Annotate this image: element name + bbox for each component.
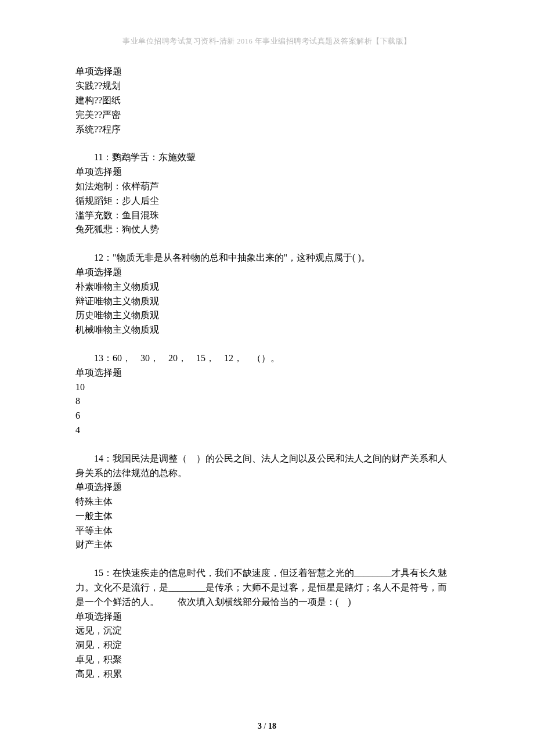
option: 财产主体 (75, 538, 459, 552)
question-stem-cont: 力。文化不是流行，是________是传承；大师不是过客，是恒星是路灯；名人不是… (75, 581, 459, 595)
question-11: 11：鹦鹉学舌：东施效颦 单项选择题 如法炮制：依样葫芦 循规蹈矩：步人后尘 滥… (75, 150, 459, 237)
option: 循规蹈矩：步人后尘 (75, 194, 459, 208)
question-13: 13：60， 30， 20， 15， 12， （）。 单项选择题 10 8 6 … (75, 351, 459, 438)
question-14: 14：我国民法是调整（ ）的公民之间、法人之间以及公民和法人之间的财产关系和人 … (75, 452, 459, 553)
question-type: 单项选择题 (75, 265, 459, 280)
question-12: 12："物质无非是从各种物的总和中抽象出来的"，这种观点属于( )。 单项选择题… (75, 251, 459, 337)
page-sep: / (262, 722, 268, 730)
option: 远见，沉淀 (75, 624, 459, 638)
page-current: 3 (258, 722, 262, 730)
option: 建构??图纸 (75, 93, 459, 108)
question-stem: 15：在快速疾走的信息时代，我们不缺速度，但泛着智慧之光的________才具有… (75, 566, 459, 581)
option: 洞见，积淀 (75, 638, 459, 653)
page-header: 事业单位招聘考试复习资料-清新 2016 年事业编招聘考试真题及答案解析【下载版… (75, 36, 459, 47)
option: 兔死狐悲：狗仗人势 (75, 222, 459, 237)
question-stem-cont: 身关系的法律规范的总称。 (75, 466, 459, 481)
page-footer: 3 / 18 (0, 720, 534, 733)
option: 实践??规划 (75, 79, 459, 93)
question-type: 单项选择题 (75, 64, 459, 79)
question-stem: 13：60， 30， 20， 15， 12， （）。 (75, 351, 459, 366)
option: 滥竽充数：鱼目混珠 (75, 208, 459, 223)
option: 特殊主体 (75, 495, 459, 509)
question-stem: 14：我国民法是调整（ ）的公民之间、法人之间以及公民和法人之间的财产关系和人 (75, 452, 459, 466)
option: 历史唯物主义物质观 (75, 308, 459, 323)
page-total: 18 (268, 722, 276, 730)
question-15: 15：在快速疾走的信息时代，我们不缺速度，但泛着智慧之光的________才具有… (75, 566, 459, 681)
option: 10 (75, 380, 459, 395)
question-type: 单项选择题 (75, 366, 459, 380)
option: 完美??严密 (75, 108, 459, 123)
option: 高见，积累 (75, 667, 459, 682)
question-type: 单项选择题 (75, 610, 459, 624)
option: 卓见，积聚 (75, 653, 459, 667)
option: 系统??程序 (75, 123, 459, 137)
question-10-tail: 单项选择题 实践??规划 建构??图纸 完美??严密 系统??程序 (75, 64, 459, 136)
option: 8 (75, 394, 459, 409)
question-stem-cont: 是一个个鲜活的人。 依次填入划横线部分最恰当的一项是：( ) (75, 595, 459, 610)
option: 4 (75, 423, 459, 438)
question-type: 单项选择题 (75, 165, 459, 179)
option: 一般主体 (75, 509, 459, 524)
option: 6 (75, 409, 459, 423)
option: 朴素唯物主义物质观 (75, 280, 459, 294)
option: 如法炮制：依样葫芦 (75, 179, 459, 194)
option: 辩证唯物主义物质观 (75, 294, 459, 309)
option: 平等主体 (75, 524, 459, 538)
question-stem: 11：鹦鹉学舌：东施效颦 (75, 150, 459, 165)
document-page: 事业单位招聘考试复习资料-清新 2016 年事业编招聘考试真题及答案解析【下载版… (0, 0, 534, 756)
question-stem: 12："物质无非是从各种物的总和中抽象出来的"，这种观点属于( )。 (75, 251, 459, 265)
option: 机械唯物主义物质观 (75, 323, 459, 337)
question-type: 单项选择题 (75, 480, 459, 495)
